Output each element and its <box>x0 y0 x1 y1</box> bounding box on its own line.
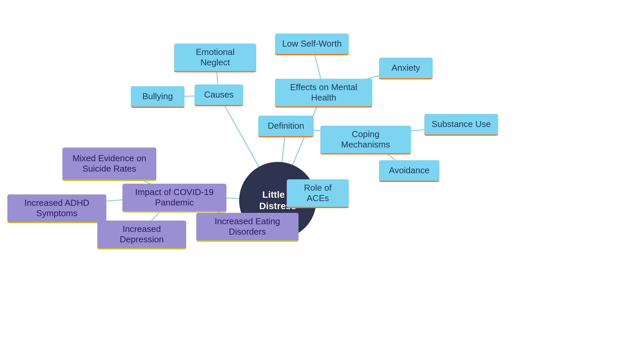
increased-adhd-node: Increased ADHD Symptoms <box>7 194 106 223</box>
mixed-evidence-node: Mixed Evidence on Suicide Rates <box>62 147 156 181</box>
increased-depression-label: Increased Depression <box>103 224 180 245</box>
emotional-neglect-node: Emotional Neglect <box>174 44 256 72</box>
covid-impact-label: Impact of COVID-19 Pandemic <box>128 187 220 208</box>
role-aces-node: Role of ACEs <box>287 179 349 208</box>
emotional-neglect-label: Emotional Neglect <box>180 47 250 68</box>
avoidance-label: Avoidance <box>389 165 430 176</box>
coping-mechanisms-label: Coping Mechanisms <box>326 129 405 150</box>
effects-mental-health-label: Effects on Mental Health <box>281 82 366 103</box>
substance-use-node: Substance Use <box>424 114 498 136</box>
role-aces-label: Role of ACEs <box>293 183 343 203</box>
low-self-worth-node: Low Self-Worth <box>275 34 349 55</box>
coping-mechanisms-node: Coping Mechanisms <box>320 126 411 155</box>
anxiety-node: Anxiety <box>379 58 433 79</box>
increased-depression-node: Increased Depression <box>97 221 186 249</box>
increased-eating-label: Increased Eating Disorders <box>202 216 292 237</box>
bullying-node: Bullying <box>131 86 184 108</box>
increased-adhd-label: Increased ADHD Symptoms <box>13 198 100 219</box>
mixed-evidence-label: Mixed Evidence on Suicide Rates <box>68 153 150 174</box>
definition-node: Definition <box>258 116 314 137</box>
anxiety-label: Anxiety <box>391 63 420 73</box>
low-self-worth-label: Low Self-Worth <box>282 39 341 49</box>
covid-impact-node: Impact of COVID-19 Pandemic <box>122 184 226 213</box>
definition-label: Definition <box>268 121 304 131</box>
increased-eating-node: Increased Eating Disorders <box>196 213 299 242</box>
causes-node: Causes <box>195 84 243 106</box>
avoidance-node: Avoidance <box>379 160 439 182</box>
effects-mental-health-node: Effects on Mental Health <box>275 79 372 108</box>
substance-use-label: Substance Use <box>432 119 491 129</box>
bullying-label: Bullying <box>142 91 173 102</box>
causes-label: Causes <box>204 89 233 100</box>
